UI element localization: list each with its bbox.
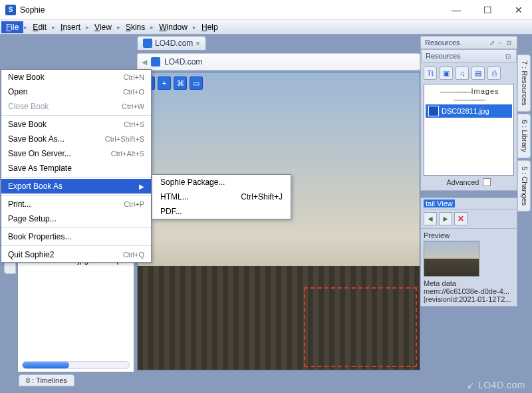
- menu-item[interactable]: Export Book As▶: [1, 179, 151, 194]
- menu-item-label: Export Book As: [8, 182, 63, 191]
- minimize-button[interactable]: —: [448, 3, 465, 17]
- menu-item-label: Save Book: [8, 120, 47, 129]
- menu-file[interactable]: File: [1, 21, 23, 33]
- submenu-item[interactable]: PDF...: [152, 204, 291, 219]
- link-tool-button[interactable]: ⌘: [174, 76, 187, 90]
- document-tabs: LO4D.com ×: [137, 36, 206, 51]
- panel-header-controls[interactable]: ⤢ ▫ ⊡: [489, 39, 513, 47]
- right-tab-resources[interactable]: 7 : Resources: [517, 55, 531, 112]
- menu-item-shortcut: Ctrl+W: [122, 102, 144, 110]
- image-thumb-icon: [428, 106, 439, 116]
- workspace: 1 : Boo ⊖Page ⊕DSC02811.jpg Frame (i 8 :…: [0, 35, 532, 393]
- menu-item[interactable]: OpenCtrl+O: [1, 84, 151, 99]
- submenu-arrow-icon: ▶: [139, 183, 144, 190]
- audio-resource-icon[interactable]: ♫: [456, 66, 469, 80]
- tree-scrollbar[interactable]: [22, 361, 130, 369]
- menu-item[interactable]: New BookCtrl+N: [1, 70, 151, 84]
- detail-panel: tail View ◄ ► ✕ Preview Meta data mem://…: [420, 197, 517, 307]
- menu-item-label: Save Book As...: [8, 134, 65, 144]
- prev-button[interactable]: ◄: [424, 212, 437, 225]
- resources-panel: Resources ⊡ Tt ▣ ♫ ▤ ⎙ Images DSC02811.j…: [420, 49, 517, 191]
- preview-thumbnail[interactable]: [424, 241, 479, 277]
- menu-item-shortcut: Ctrl+S: [124, 120, 144, 128]
- menu-skins[interactable]: Skins: [121, 21, 150, 33]
- menu-separator: [1, 227, 151, 228]
- image-list: Images DSC02811.jpg: [424, 84, 514, 176]
- menu-separator: [1, 195, 151, 196]
- menu-item-shortcut: Ctrl+N: [124, 73, 144, 81]
- editor-canvas[interactable]: ▤ + ⌘ ▭: [137, 72, 420, 370]
- menu-help[interactable]: Help: [197, 21, 223, 33]
- submenu-item-label: PDF...: [160, 207, 182, 216]
- menu-separator: [1, 177, 151, 178]
- detail-header-label: tail View: [424, 199, 455, 207]
- advanced-checkbox[interactable]: [483, 178, 491, 186]
- submenu-item[interactable]: HTML...Ctrl+Shift+J: [152, 190, 291, 204]
- text-resource-icon[interactable]: Tt: [424, 66, 437, 80]
- menu-item-shortcut: Ctrl+O: [123, 88, 144, 96]
- detail-header[interactable]: tail View: [420, 197, 517, 209]
- image-tool-button[interactable]: ▭: [190, 76, 203, 90]
- image-resource-icon[interactable]: ▣: [440, 66, 453, 80]
- next-button[interactable]: ►: [439, 212, 452, 225]
- menu-item-label: Print...: [8, 199, 31, 209]
- resources-panel-header[interactable]: Resources ⤢ ▫ ⊡: [420, 36, 517, 49]
- chevron-back-icon[interactable]: ◀: [142, 58, 147, 66]
- menu-item[interactable]: Page Setup...: [1, 211, 151, 226]
- watermark: ↙ LO4D.com: [467, 380, 525, 390]
- menu-separator: [1, 245, 151, 246]
- window-controls: — ☐ ✕: [448, 3, 527, 17]
- add-tool-button[interactable]: +: [158, 76, 171, 90]
- submenu-item-label: Sophie Package...: [160, 178, 225, 187]
- close-button[interactable]: ✕: [511, 3, 527, 17]
- document-icon: [151, 57, 160, 66]
- title-bar: S Sophie — ☐ ✕: [0, 0, 532, 20]
- detail-body: Preview Meta data mem://6c61038e-d0de-4.…: [420, 229, 517, 307]
- export-submenu: Sophie Package...HTML...Ctrl+Shift+JPDF.…: [152, 174, 291, 219]
- selection-rectangle[interactable]: [304, 287, 417, 367]
- image-list-spacer: [426, 118, 512, 174]
- resources-subheader[interactable]: Resources ⊡: [421, 49, 517, 63]
- menu-view[interactable]: View: [90, 21, 116, 33]
- maximize-button[interactable]: ☐: [479, 3, 496, 17]
- image-list-item[interactable]: DSC02811.jpg: [426, 104, 512, 118]
- menu-item-label: Quit Sophie2: [8, 250, 54, 259]
- app-icon: S: [5, 5, 16, 15]
- bottom-tab-timelines[interactable]: 8 : Timelines: [19, 374, 74, 386]
- document-tab[interactable]: LO4D.com ×: [137, 36, 206, 51]
- resources-subheader-label: Resources: [426, 52, 461, 60]
- menu-insert[interactable]: Insert: [56, 21, 85, 33]
- menu-edit[interactable]: Edit: [28, 21, 51, 33]
- video-resource-icon[interactable]: ▤: [471, 66, 485, 80]
- right-side-tabs: 7 : Resources 6 : Library 5 : Changes: [517, 55, 531, 211]
- menu-item[interactable]: Quit Sophie2Ctrl+Q: [1, 247, 151, 262]
- menu-item-label: Book Properties...: [8, 232, 71, 241]
- menu-item[interactable]: Save Book As...Ctrl+Shift+S: [1, 132, 151, 146]
- right-tab-library[interactable]: 6 : Library: [517, 114, 531, 158]
- right-tab-changes[interactable]: 5 : Changes: [517, 160, 531, 211]
- pdf-resource-icon[interactable]: ⎙: [487, 66, 501, 80]
- document-tab-label: LO4D.com: [155, 39, 193, 48]
- menu-item[interactable]: Save As Template: [1, 161, 151, 176]
- menu-item[interactable]: Print...Ctrl+P: [1, 197, 151, 211]
- menu-item-label: Close Book: [8, 102, 49, 111]
- menu-bar: File▸ Edit▸ Insert▸ View▸ Skins▸ Window▸…: [0, 20, 532, 35]
- resource-type-row: Tt ▣ ♫ ▤ ⎙: [424, 65, 514, 84]
- metadata-label: Meta data: [424, 279, 514, 287]
- panel-expand-icon[interactable]: ⊡: [505, 53, 512, 60]
- resources-header-label: Resources: [425, 39, 460, 47]
- menu-item-shortcut: Ctrl+Q: [123, 251, 144, 259]
- menu-item[interactable]: Save BookCtrl+S: [1, 117, 151, 132]
- breadcrumb-segment[interactable]: LO4D.com: [164, 57, 202, 66]
- app-title: Sophie: [20, 5, 45, 15]
- menu-item-label: New Book: [8, 72, 45, 82]
- menu-item[interactable]: Save On Server...Ctrl+Alt+S: [1, 146, 151, 161]
- menu-window[interactable]: Window: [154, 21, 192, 33]
- tab-close-icon[interactable]: ×: [196, 39, 200, 47]
- delete-button[interactable]: ✕: [454, 212, 467, 225]
- metadata-line-2: [revisionId:2021-01-12T2...: [424, 295, 514, 303]
- menu-item[interactable]: Book Properties...: [1, 229, 151, 244]
- right-sidebar: Resources ⤢ ▫ ⊡ Resources ⊡ Tt ▣ ♫ ▤ ⎙ I…: [420, 36, 517, 385]
- submenu-item[interactable]: Sophie Package...: [152, 175, 291, 190]
- tree-scroll-thumb[interactable]: [23, 362, 69, 368]
